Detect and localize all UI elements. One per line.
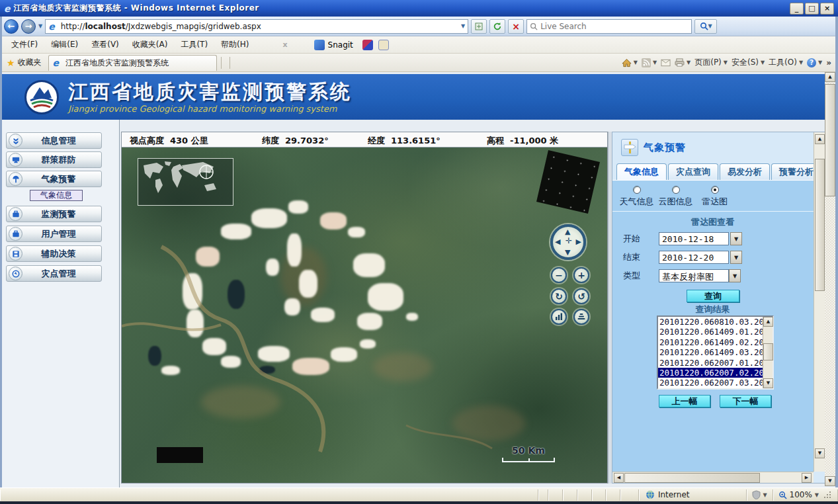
search-options-dropdown-icon[interactable]: ▼ bbox=[708, 23, 712, 29]
start-date-dropdown-icon[interactable]: ▼ bbox=[730, 232, 742, 245]
result-item[interactable]: 20101220.062007.03.20. bbox=[658, 378, 763, 388]
tab-hazard-query[interactable]: 灾点查询 bbox=[668, 163, 718, 180]
sidebar-item-info-mgmt[interactable]: 信息管理 bbox=[6, 132, 102, 149]
menu-edit[interactable]: 编辑(E) bbox=[45, 37, 84, 52]
pan-center-icon[interactable]: ✛ bbox=[566, 237, 572, 245]
sidebar-item-hazard-point-mgmt[interactable]: 灾点管理 bbox=[6, 265, 102, 282]
radio-cloud-image[interactable]: 云图信息 bbox=[658, 186, 693, 208]
panel-vertical-scrollbar[interactable]: ▲ ▼ bbox=[814, 132, 825, 472]
result-item[interactable]: 20101220.062007.01.20. bbox=[658, 358, 763, 368]
scroll-thumb[interactable] bbox=[763, 343, 773, 360]
panel-scroll-left-icon[interactable]: ◀ bbox=[614, 473, 624, 483]
tools-menu-button[interactable]: 工具(O)▼ bbox=[769, 57, 803, 68]
sidebar-item-group-prevention[interactable]: 群策群防 bbox=[6, 151, 102, 168]
result-item[interactable]: 20101220.061409.01.20. bbox=[658, 327, 763, 337]
radio-button[interactable] bbox=[672, 186, 680, 194]
search-go-button[interactable]: ▼ bbox=[694, 19, 717, 34]
menu-view[interactable]: 查看(V) bbox=[85, 37, 125, 52]
pan-left-icon[interactable]: ◀ bbox=[555, 238, 560, 245]
start-date-combobox[interactable]: 2010-12-18 ▼ bbox=[659, 232, 742, 245]
command-overflow-chevron[interactable]: » bbox=[826, 58, 831, 67]
browser-scroll-down-icon[interactable]: ▼ bbox=[825, 476, 835, 486]
browser-scroll-thumb[interactable] bbox=[825, 84, 835, 196]
scroll-down-icon[interactable]: ▼ bbox=[763, 378, 773, 388]
url-field[interactable]: e http://localhost/Jxdzwebgis_mapgis/gri… bbox=[45, 19, 468, 34]
stop-button[interactable]: × bbox=[508, 19, 524, 34]
previous-image-button[interactable]: 上一幅 bbox=[659, 395, 710, 407]
favorites-star-icon[interactable]: ★ bbox=[7, 58, 15, 68]
menu-file[interactable]: 文件(F) bbox=[5, 37, 44, 52]
sidebar-item-weather-warning[interactable]: 气象预警 bbox=[6, 171, 102, 187]
panel-scroll-up-icon[interactable]: ▲ bbox=[815, 134, 825, 144]
next-image-button[interactable]: 下一幅 bbox=[720, 395, 771, 407]
zoom-out-button[interactable]: − bbox=[551, 267, 567, 283]
radio-radar-image[interactable]: 雷达图 bbox=[697, 186, 732, 208]
pan-up-icon[interactable]: ▲ bbox=[565, 228, 570, 235]
query-button[interactable]: 查询 bbox=[687, 290, 739, 302]
end-date-combobox[interactable]: 2010-12-20 ▼ bbox=[659, 251, 742, 264]
sidebar-item-decision-support[interactable]: 辅助决策 bbox=[6, 245, 102, 262]
radio-button[interactable] bbox=[633, 186, 641, 194]
compatibility-view-button[interactable] bbox=[471, 19, 487, 34]
safety-menu-button[interactable]: 安全(S)▼ bbox=[732, 57, 765, 68]
panel-scroll-right-icon[interactable]: ▶ bbox=[802, 473, 812, 483]
zoom-control-cell[interactable]: 100% ▼ bbox=[773, 489, 838, 501]
sidebar-submenu-weather-info[interactable]: 气象信息 bbox=[30, 190, 83, 201]
start-date-value[interactable]: 2010-12-18 bbox=[659, 232, 729, 245]
tab-weather-info[interactable]: 气象信息 bbox=[616, 163, 667, 180]
zoom-dropdown-icon[interactable]: ▼ bbox=[815, 492, 819, 498]
protected-mode-dropdown-icon[interactable]: ▼ bbox=[763, 492, 767, 498]
search-input[interactable] bbox=[540, 22, 673, 31]
result-item[interactable]: 20101220.061409.03.20. bbox=[658, 347, 763, 357]
browser-tab[interactable]: e 江西省地质灾害监测预警系统 bbox=[48, 55, 217, 71]
pan-down-icon[interactable]: ▼ bbox=[565, 249, 570, 256]
pan-control[interactable]: ▲ ▼ ◀ ▶ ✛ bbox=[550, 224, 586, 260]
sidebar-item-monitor-warning[interactable]: 监测预警 bbox=[6, 206, 102, 222]
type-value[interactable]: 基本反射率图 bbox=[659, 269, 729, 282]
rotate-ccw-button[interactable]: ↺ bbox=[573, 288, 589, 304]
listbox-scrollbar[interactable]: ▲ ▼ bbox=[763, 317, 773, 388]
snagit-editor-icon[interactable] bbox=[378, 40, 389, 50]
home-button[interactable]: ▼ bbox=[622, 58, 638, 67]
end-date-value[interactable]: 2010-12-20 bbox=[659, 251, 729, 264]
page-menu-button[interactable]: 页面(P)▼ bbox=[694, 57, 728, 68]
feeds-button[interactable]: ▼ bbox=[642, 58, 657, 67]
zoom-in-button[interactable]: + bbox=[573, 267, 589, 283]
menu-help[interactable]: 帮助(H) bbox=[215, 37, 255, 52]
favorites-button[interactable]: 收藏夹 bbox=[18, 57, 42, 68]
help-button[interactable]: ? ▼ bbox=[807, 58, 822, 67]
history-dropdown-icon[interactable]: ▼ bbox=[38, 23, 42, 29]
panel-hscroll-thumb[interactable] bbox=[624, 473, 760, 483]
tilt-button[interactable] bbox=[551, 309, 567, 325]
snagit-icon[interactable] bbox=[314, 40, 325, 50]
maximize-button[interactable]: □ bbox=[805, 3, 819, 15]
close-button[interactable]: × bbox=[820, 3, 834, 15]
end-date-dropdown-icon[interactable]: ▼ bbox=[730, 251, 742, 264]
sidebar-item-user-mgmt[interactable]: 用户管理 bbox=[6, 226, 102, 242]
print-button[interactable]: ▼ bbox=[675, 58, 691, 67]
world-overview-inset[interactable] bbox=[138, 158, 233, 206]
menu-favorites[interactable]: 收藏夹(A) bbox=[126, 37, 174, 52]
scroll-up-icon[interactable]: ▲ bbox=[763, 317, 773, 327]
result-item-selected[interactable]: 20101220.062007.02.20. bbox=[658, 368, 763, 378]
back-button[interactable]: ← bbox=[4, 19, 19, 34]
panel-scroll-down-icon[interactable]: ▼ bbox=[815, 448, 825, 458]
forward-button[interactable]: → bbox=[21, 19, 36, 34]
radio-weather-info[interactable]: 天气信息 bbox=[619, 186, 654, 208]
url-dropdown-icon[interactable]: ▼ bbox=[461, 23, 465, 29]
snagit-label[interactable]: Snagit bbox=[328, 40, 353, 50]
radio-button-selected[interactable] bbox=[711, 186, 719, 194]
panel-scroll-thumb[interactable] bbox=[815, 159, 825, 291]
protected-mode-cell[interactable]: ▼ bbox=[747, 489, 773, 501]
resize-grip[interactable] bbox=[823, 490, 832, 499]
browser-scroll-up-icon[interactable]: ▲ bbox=[825, 72, 835, 82]
result-item[interactable]: 20101220.060810.03.20. bbox=[658, 317, 763, 327]
refresh-button[interactable] bbox=[489, 19, 505, 34]
search-box[interactable] bbox=[526, 19, 692, 34]
menu-tools[interactable]: 工具(T) bbox=[175, 37, 214, 52]
toolbar-close-x[interactable]: x bbox=[282, 40, 287, 49]
type-dropdown-icon[interactable]: ▼ bbox=[729, 269, 741, 282]
tab-susceptibility-analysis[interactable]: 易发分析 bbox=[720, 163, 770, 180]
rotate-cw-button[interactable]: ↻ bbox=[551, 288, 567, 304]
read-mail-button[interactable] bbox=[661, 59, 671, 67]
